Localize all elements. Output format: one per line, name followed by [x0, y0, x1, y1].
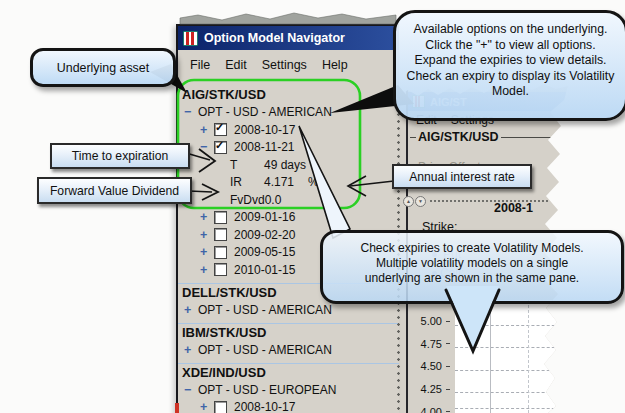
tree-label: 2008-10-17	[234, 400, 295, 413]
gridline-vertical	[528, 300, 529, 413]
callout-text: Forward Value Dividend	[50, 184, 179, 198]
tree-label: OPT - USD - EUROPEAN	[198, 383, 336, 397]
tree-row-2008-10-17[interactable]: +2008-10-17	[178, 399, 399, 413]
tree-row-t: T49 days	[178, 156, 399, 174]
app-icon	[183, 31, 198, 46]
callout-available-options: Available options on the underlying.Clic…	[393, 10, 625, 121]
menu-item-edit[interactable]: Edit	[225, 58, 247, 72]
option-model-navigator-window: Option Model Navigator FileEditSettingsH…	[176, 24, 399, 413]
axis-tick-mark	[446, 321, 450, 322]
tree-row-opt-usd-european[interactable]: −OPT - USD - EUROPEAN	[178, 381, 399, 399]
menu-item-settings[interactable]: Settings	[262, 58, 307, 72]
axis-tick-label: 4.50	[421, 360, 442, 372]
tree-label: 2008-11-21	[234, 140, 295, 154]
tree-row-aig-stk-usd: AIG/STK/USD	[178, 86, 399, 104]
tree-row-fvdvd: FvDvd0.0	[178, 191, 399, 209]
tree-label: XDE/IND/USD	[182, 365, 266, 380]
tree-label: OPT - USD - AMERICAN	[198, 303, 332, 317]
tree-label: 2010-01-15	[234, 263, 295, 277]
expiry-checkbox[interactable]	[214, 246, 227, 259]
bubble-text-line: Model.	[396, 84, 625, 100]
tree-row-2008-11-21[interactable]: −✓2008-11-21	[178, 139, 399, 157]
scroll-up-icon[interactable]: ▲	[403, 196, 414, 207]
expander-plus-icon[interactable]: +	[200, 263, 214, 277]
expander-minus-icon[interactable]: −	[200, 140, 214, 154]
callout-text: Time to expiration	[72, 149, 168, 163]
tree-label: 2009-05-15	[234, 245, 295, 259]
bubble-text-line: Multiple volatility models on a single	[323, 256, 621, 271]
tree-row-opt-usd-american[interactable]: +OPT - USD - AMERICAN	[178, 341, 399, 359]
expander-plus-icon[interactable]: +	[200, 228, 214, 242]
bubble-text-line: Check an expiry to display its Volatilit…	[396, 69, 625, 85]
navigator-titlebar[interactable]: Option Model Navigator	[178, 26, 399, 50]
expander-plus-icon[interactable]: +	[200, 245, 214, 259]
checkmark-icon: ✓	[215, 139, 224, 152]
axis-tick-label: 4.75	[421, 338, 442, 350]
gridline	[455, 325, 565, 326]
callout-underlying-asset: Underlying asset	[30, 48, 176, 87]
expander-plus-icon[interactable]: +	[200, 123, 214, 137]
axis-tick-label: 5.00	[421, 315, 442, 327]
expander-plus-icon[interactable]: +	[184, 343, 198, 357]
bubble-text-line: Expand the expiries to view details.	[396, 53, 625, 69]
expiry-checkbox[interactable]	[214, 228, 227, 241]
tree-label: OPT - USD - AMERICAN	[198, 343, 332, 357]
callout-forward-value-dividend: Forward Value Dividend	[37, 177, 192, 204]
tree-row-opt-usd-american[interactable]: −OPT - USD - AMERICAN	[178, 104, 399, 122]
axis-tick-row: 4.25	[404, 378, 450, 401]
torn-fragment	[175, 403, 179, 413]
callout-time-to-expiration: Time to expiration	[50, 143, 190, 169]
checkmark-icon: ✓	[215, 121, 224, 134]
callout-check-expiries: Check expiries to create Volatility Mode…	[320, 230, 624, 304]
bubble-text-line: Check expiries to create Volatility Mode…	[323, 241, 621, 256]
callout-text: Annual interest rate	[409, 170, 515, 184]
gridline	[455, 408, 565, 409]
axis-tick-label: 4.00	[421, 406, 442, 413]
expiry-checkbox[interactable]: ✓	[214, 141, 227, 154]
axis-tick-mark	[446, 411, 450, 412]
expander-minus-icon[interactable]: −	[184, 383, 198, 397]
tree-row-2008-10-17[interactable]: +✓2008-10-17	[178, 121, 399, 139]
expiry-checkbox[interactable]	[214, 263, 227, 276]
gridline	[455, 392, 565, 393]
axis-tick-mark	[446, 343, 450, 344]
tree-row-xde-ind-usd: XDE/IND/USD	[178, 363, 399, 382]
screenshot-stage: AIG/ST EditSettings AIG/STK/USD Price Of…	[0, 0, 625, 413]
detail-label: FvDvd	[230, 193, 265, 207]
expiry-checkbox[interactable]	[214, 401, 227, 413]
tree-label: OPT - USD - AMERICAN	[198, 105, 332, 119]
gridline-vertical	[490, 300, 491, 413]
axis-tick-row: 4.75	[404, 333, 450, 356]
navigator-menubar: FileEditSettingsHelp	[178, 50, 399, 80]
expander-plus-icon[interactable]: +	[200, 400, 214, 413]
callout-text: Underlying asset	[57, 61, 149, 75]
bubble-text-line: Available options on the underlying.	[396, 22, 625, 38]
detail-suffix: %	[308, 175, 319, 189]
detail-value: 4.171	[264, 175, 294, 189]
tree-row-ir: IR4.171%	[178, 174, 399, 192]
expander-minus-icon[interactable]: −	[184, 105, 198, 119]
expiry-checkbox[interactable]	[214, 211, 227, 224]
group-box-label: AIG/STK/USD	[416, 130, 501, 144]
axis-tick-mark	[446, 389, 450, 390]
axis-tick-row: 4.50	[404, 355, 450, 378]
expander-plus-icon[interactable]: +	[184, 303, 198, 317]
menu-item-help[interactable]: Help	[322, 58, 348, 72]
detail-label: IR	[230, 175, 264, 189]
tree-row-2009-01-16[interactable]: +2009-01-16	[178, 209, 399, 227]
axis-tick-row: 5.00	[404, 310, 450, 333]
tree-label: IBM/STK/USD	[182, 325, 267, 340]
menu-item-file[interactable]: File	[190, 58, 210, 72]
tree-label: 2009-02-20	[234, 228, 295, 242]
detail-label: T	[230, 158, 264, 172]
tree-label: DELL/STK/USD	[182, 285, 277, 300]
expiry-checkbox[interactable]: ✓	[214, 123, 227, 136]
y-axis-labels: 5.004.754.504.254.00	[404, 310, 450, 413]
volatility-chart-area	[455, 300, 565, 413]
expander-plus-icon[interactable]: +	[200, 210, 214, 224]
detail-value: 0.0	[265, 193, 282, 207]
torn-paper-edge	[180, 13, 396, 24]
tree-row-ibm-stk-usd: IBM/STK/USD	[178, 323, 399, 342]
scroll-down-icon[interactable]: ▼	[415, 196, 426, 207]
tree-label: 2009-01-16	[234, 210, 295, 224]
